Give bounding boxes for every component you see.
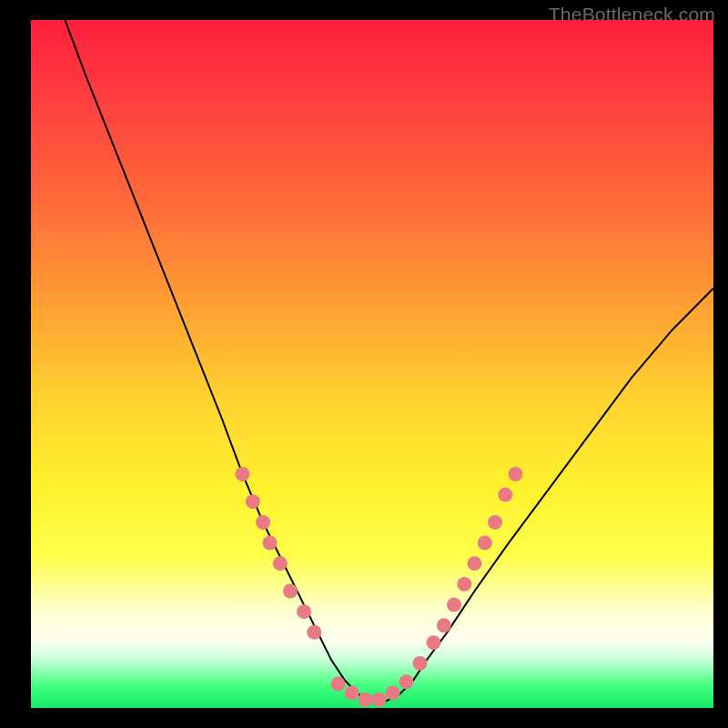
sample-dots-group bbox=[236, 467, 523, 707]
sample-dot bbox=[468, 556, 482, 571]
chart-frame: TheBottleneck.com bbox=[0, 0, 728, 728]
sample-dot bbox=[297, 604, 311, 619]
sample-dot bbox=[331, 677, 346, 692]
sample-dot bbox=[413, 656, 428, 671]
sample-dot bbox=[498, 488, 512, 502]
sample-dot bbox=[236, 467, 250, 481]
sample-dot bbox=[345, 685, 359, 700]
sample-dot bbox=[437, 618, 451, 632]
sample-dot bbox=[256, 515, 270, 530]
sample-dot bbox=[273, 556, 288, 571]
sample-dot bbox=[399, 674, 414, 689]
sample-dot bbox=[263, 536, 278, 551]
sample-dot bbox=[283, 584, 298, 599]
sample-dot bbox=[447, 598, 461, 612]
sample-dot bbox=[386, 685, 400, 700]
sample-dot bbox=[307, 625, 321, 640]
sample-dot bbox=[359, 693, 373, 707]
sample-dot bbox=[478, 536, 492, 551]
bottleneck-curve bbox=[66, 20, 714, 701]
sample-dot bbox=[457, 577, 471, 592]
sample-dot bbox=[372, 693, 387, 707]
plot-svg bbox=[31, 20, 713, 708]
sample-dot bbox=[509, 467, 523, 481]
sample-dot bbox=[488, 515, 502, 530]
plot-area bbox=[31, 20, 713, 708]
sample-dot bbox=[246, 494, 260, 509]
sample-dot bbox=[427, 635, 441, 650]
